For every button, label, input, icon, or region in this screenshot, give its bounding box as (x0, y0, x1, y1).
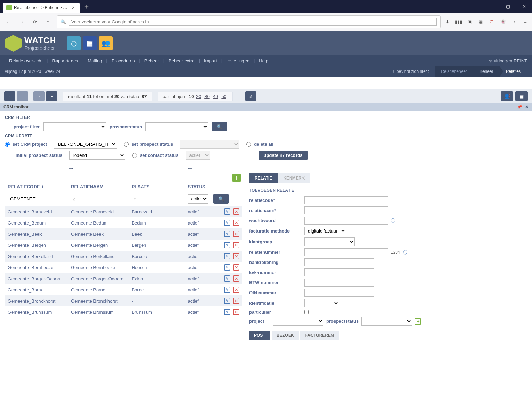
rows-40[interactable]: 40 (213, 94, 218, 99)
update-records-button[interactable]: update 87 records (259, 151, 308, 160)
select-klantgroep[interactable] (304, 237, 355, 246)
download-icon[interactable]: ⬇ (444, 19, 450, 25)
pager-last-button[interactable]: » (46, 91, 57, 101)
nav-help[interactable]: Help (255, 58, 272, 63)
th-relatiecode[interactable]: RELATIECODE + (5, 182, 68, 191)
window-close-button[interactable]: ✕ (516, 0, 532, 13)
cell-code[interactable]: Gemeente_Bergen (8, 243, 46, 248)
help-icon[interactable]: ⓘ (403, 249, 407, 256)
set-crm-project-radio[interactable] (5, 142, 10, 147)
edit-icon[interactable]: ✎ (224, 242, 230, 248)
tab-close-icon[interactable]: × (70, 5, 76, 10)
help-icon[interactable]: ⓘ (391, 218, 395, 224)
new-tab-button[interactable]: ＋ (80, 0, 93, 13)
nav-home-button[interactable]: ⌂ (43, 17, 53, 27)
input-oin[interactable] (304, 289, 374, 297)
qr-icon[interactable]: ▦ (478, 19, 484, 25)
pager-next-button[interactable]: › (33, 91, 45, 101)
factureren-button[interactable]: FACTUREREN (300, 331, 339, 340)
select-project[interactable] (273, 317, 323, 326)
filter-status-select[interactable]: actief (188, 194, 208, 204)
set-prospect-status-radio[interactable] (124, 142, 129, 147)
address-input[interactable] (69, 18, 437, 26)
collapse-left-icon[interactable]: → (68, 165, 74, 172)
table-row[interactable]: Gemeente_BronckhorstGemeente Bronckhorst… (5, 295, 242, 306)
rows-50[interactable]: 50 (221, 94, 226, 99)
delete-icon[interactable]: ✕ (233, 253, 239, 259)
nav-reload-button[interactable]: ⟳ (30, 17, 40, 27)
table-search-button[interactable]: 🔍 (213, 194, 229, 204)
th-plaats[interactable]: PLAATS (129, 182, 185, 191)
table-row[interactable]: Gemeente_BeekGemeente BeekBeekactief✎✕ (5, 228, 242, 240)
delete-all-radio[interactable] (246, 142, 251, 147)
add-row-button[interactable]: ＋ (232, 174, 241, 182)
filter-name-input[interactable] (71, 195, 126, 203)
collapse-right-icon[interactable]: ← (187, 165, 193, 172)
edit-icon[interactable]: ✎ (224, 287, 230, 293)
extension-icon[interactable]: ▪ (511, 19, 517, 25)
input-wachtwoord[interactable] (304, 217, 388, 225)
delete-icon[interactable]: ✕ (233, 298, 239, 304)
rows-30[interactable]: 30 (204, 94, 209, 99)
logout-link[interactable]: ⎋ uitloggen REINT (489, 58, 527, 63)
delete-icon[interactable]: ✕ (233, 242, 239, 248)
delete-icon[interactable]: ✕ (233, 220, 239, 226)
delete-icon[interactable]: ✕ (233, 309, 239, 315)
pin-icon[interactable]: 📌 (517, 105, 522, 109)
nav-mailing[interactable]: Mailing (83, 58, 106, 63)
table-row[interactable]: Gemeente_BrunssumGemeente BrunssumBrunss… (5, 306, 242, 318)
table-row[interactable]: Gemeente_BarneveldGemeente BarneveldBarn… (5, 206, 242, 217)
nav-beheer[interactable]: Beheer (140, 58, 163, 63)
add-project-button[interactable]: ＋ (415, 318, 421, 325)
input-bankrekening[interactable] (304, 258, 374, 266)
set-contact-status-option[interactable]: set contact status (132, 153, 179, 158)
delete-icon[interactable]: ✕ (233, 264, 239, 271)
nav-beheer-extra[interactable]: Beheer extra (164, 58, 198, 63)
cell-code[interactable]: Gemeente_Beek (8, 231, 42, 237)
window-minimize-button[interactable]: — (484, 0, 500, 13)
prospectstatus-select[interactable] (145, 122, 208, 131)
table-row[interactable]: Gemeente_BernheezeGemeente BernheezeHees… (5, 262, 242, 273)
edit-icon[interactable]: ✎ (224, 275, 230, 282)
nav-relatie-overzicht[interactable]: Relatie overzicht (5, 58, 47, 63)
filter-code-input[interactable] (8, 195, 65, 203)
cell-code[interactable]: Gemeente_Bedum (8, 220, 46, 226)
library-icon[interactable]: ▮▮▮ (455, 19, 462, 25)
cell-code[interactable]: Gemeente_Berkelland (8, 254, 53, 259)
crm-filter-search-button[interactable]: 🔍 (212, 122, 227, 131)
pager-first-button[interactable]: « (4, 91, 15, 101)
edit-icon[interactable]: ✎ (224, 298, 230, 304)
ghost-icon[interactable]: 👻 (500, 19, 506, 25)
nav-import[interactable]: Import (200, 58, 221, 63)
select-prospectstatus[interactable] (361, 317, 412, 326)
crumb-relatiebeheer[interactable]: Relatiebeheer (435, 66, 473, 77)
th-relatienaam[interactable]: RELATIENAAM (68, 182, 129, 191)
cell-code[interactable]: Gemeente_Bronckhorst (8, 298, 55, 304)
expand-tool-button[interactable]: ▣⋮ (515, 91, 528, 101)
cell-code[interactable]: Gemeente_Borger-Odoorn (8, 276, 62, 281)
th-status[interactable]: STATUS (185, 182, 211, 191)
cell-code[interactable]: Gemeente_Bernheeze (8, 265, 53, 270)
crm-project-select[interactable]: BELRONDE_GRATIS_TRIAL (54, 140, 117, 149)
clock-icon[interactable]: ◷ (67, 36, 81, 50)
address-bar[interactable]: 🔍 (57, 15, 441, 28)
input-relatienaam[interactable] (304, 206, 388, 214)
table-row[interactable]: Gemeente_BerkellandGemeente BerkellandBo… (5, 251, 242, 262)
tab-kenmerk[interactable]: KENMERK (278, 173, 310, 183)
table-row[interactable]: Gemeente_BergenGemeente BergenBergenacti… (5, 240, 242, 251)
export-excel-button[interactable]: 🗎 (245, 91, 256, 101)
browser-tab[interactable]: Relatiebeheer > Beheer > Relat × (3, 3, 80, 13)
tab-relatie[interactable]: RELATIE (249, 173, 278, 183)
edit-icon[interactable]: ✎ (224, 253, 230, 259)
rows-20[interactable]: 20 (196, 94, 201, 99)
edit-icon[interactable]: ✎ (224, 208, 230, 215)
app-logo[interactable]: WATCH Projectbeheer (5, 35, 56, 52)
window-maximize-button[interactable]: ▢ (500, 0, 516, 13)
input-btw[interactable] (304, 279, 374, 287)
nav-rapportages[interactable]: Rapportages (48, 58, 82, 63)
delete-icon[interactable]: ✕ (233, 287, 239, 293)
cell-code[interactable]: Gemeente_Brunssum (8, 310, 52, 315)
nav-forward-button[interactable]: → (17, 17, 27, 27)
crumb-beheer[interactable]: Beheer (473, 66, 500, 77)
menu-icon[interactable]: ≡ (522, 19, 529, 25)
